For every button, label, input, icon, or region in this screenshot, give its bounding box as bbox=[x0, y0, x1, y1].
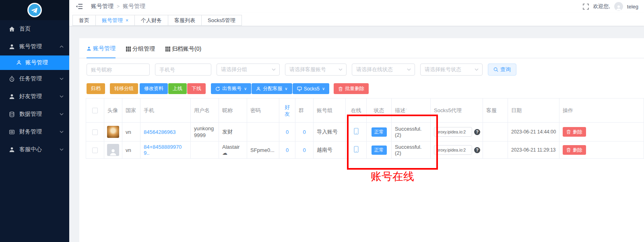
service-account-select[interactable]: 请选择客服账号 bbox=[285, 64, 347, 76]
user-icon bbox=[9, 94, 15, 100]
panel-tab-group-mgmt[interactable]: 分组管理 bbox=[126, 45, 155, 58]
transfer-group-button[interactable]: 转移分组 bbox=[110, 83, 138, 94]
mobile-online-icon bbox=[354, 146, 359, 153]
user-icon bbox=[9, 147, 15, 153]
tab-label: 账号管理 bbox=[102, 17, 123, 23]
window-tab-home[interactable]: 首页 bbox=[72, 15, 96, 26]
search-button[interactable]: 查询 bbox=[488, 64, 516, 76]
monitor-icon bbox=[297, 86, 302, 91]
cell-date: 2023-06-21 14:44:00 bbox=[508, 123, 559, 142]
sidebar-item-label: 数据管理 bbox=[19, 111, 42, 118]
col-header-operation: 操作 bbox=[559, 98, 644, 123]
socks5-dropdown[interactable]: Socks5∨ bbox=[293, 83, 330, 94]
col-header-username: 用户名 bbox=[191, 98, 219, 123]
sidebar-item-label: 任务管理 bbox=[19, 75, 42, 82]
col-header-desc[interactable]: 描述ˇ bbox=[392, 98, 431, 123]
cell-username bbox=[191, 142, 219, 159]
trash-icon bbox=[566, 129, 571, 134]
sidebar-item-label: 好友管理 bbox=[19, 93, 42, 100]
proxy-input[interactable] bbox=[434, 127, 472, 137]
row-avatar-placeholder[interactable] bbox=[107, 144, 119, 156]
tab-label: 个人财务 bbox=[141, 17, 162, 23]
sidebar-item-account-mgmt[interactable]: 账号管理 bbox=[0, 38, 69, 55]
chevron-down-icon bbox=[272, 68, 276, 71]
cell-description: Successful.(2) bbox=[392, 142, 431, 159]
sidebar-item-home[interactable]: 首页 bbox=[0, 20, 69, 38]
account-status-select[interactable]: 请选择账号状态 bbox=[420, 64, 483, 76]
filter-toolbar: 请选择分组 请选择客服账号 请选择在线状态 请选择账号状态 查询 bbox=[87, 64, 638, 76]
nickname-input[interactable] bbox=[87, 64, 150, 76]
cell-groups-count-link[interactable]: 0 bbox=[303, 129, 305, 135]
fullscreen-icon[interactable] bbox=[583, 4, 589, 10]
topbar-right: 欢迎您, teleg bbox=[583, 2, 638, 11]
cell-country: vn bbox=[122, 142, 140, 159]
batch-delete-button[interactable]: 批量删除 bbox=[334, 83, 369, 94]
person-icon bbox=[109, 148, 117, 156]
group-select[interactable]: 请选择分组 bbox=[217, 64, 280, 76]
cell-groups-count-link[interactable]: 0 bbox=[303, 147, 305, 153]
cell-service bbox=[483, 123, 508, 142]
collapse-sidebar-icon[interactable] bbox=[76, 4, 83, 9]
cell-friends-count-link[interactable]: 0 bbox=[286, 129, 289, 135]
delete-button[interactable]: 删除 bbox=[563, 127, 586, 137]
window-tab-account-mgmt-active[interactable]: 账号管理× bbox=[95, 15, 135, 26]
cell-phone-link[interactable]: 84+84588899709.. bbox=[144, 144, 182, 156]
sidebar-item-finance-mgmt[interactable]: 财务管理 bbox=[0, 123, 69, 141]
cell-account-group: 导入账号 bbox=[314, 123, 346, 142]
row-checkbox[interactable] bbox=[92, 148, 98, 153]
window-tab-personal-finance[interactable]: 个人财务 bbox=[134, 15, 168, 26]
status-badge: 正常 bbox=[372, 146, 387, 155]
cell-friends-count-link[interactable]: 0 bbox=[286, 147, 289, 153]
refresh-icon bbox=[215, 86, 220, 91]
edit-profile-button[interactable]: 修改资料 bbox=[140, 83, 168, 94]
sidebar-menu: 首页 账号管理 账号管理 任务管理 好友管理 数据管理 财务管理 bbox=[0, 20, 69, 158]
grid-icon bbox=[126, 47, 131, 51]
user-icon bbox=[87, 46, 91, 51]
panel-tab-archived-accounts[interactable]: 归档账号(0) bbox=[165, 45, 201, 58]
database-icon bbox=[9, 111, 15, 117]
help-question-icon[interactable]: ? bbox=[474, 129, 480, 135]
username-text[interactable]: teleg bbox=[627, 4, 638, 10]
sidebar-subitem-account-mgmt-active[interactable]: 账号管理 bbox=[0, 55, 69, 70]
sidebar-item-friend-mgmt[interactable]: 好友管理 bbox=[0, 88, 69, 105]
close-tab-icon[interactable]: × bbox=[126, 18, 128, 23]
panel-tab-label: 归档账号(0) bbox=[172, 45, 201, 53]
search-icon bbox=[493, 67, 498, 72]
breadcrumb-item[interactable]: 账号管理 bbox=[91, 3, 114, 10]
window-tab-service-list[interactable]: 客服列表 bbox=[168, 15, 202, 26]
user-avatar[interactable] bbox=[614, 2, 623, 11]
cell-password: SFpme0... bbox=[247, 142, 279, 159]
online-status-select[interactable]: 请选择在线状态 bbox=[352, 64, 415, 76]
help-question-icon[interactable]: ? bbox=[474, 147, 480, 153]
col-header-nickname: 昵称 bbox=[219, 98, 247, 123]
phone-input[interactable] bbox=[155, 64, 211, 76]
sidebar-item-label: 财务管理 bbox=[19, 128, 42, 135]
telegram-logo-icon[interactable] bbox=[27, 3, 42, 17]
sidebar-item-data-mgmt[interactable]: 数据管理 bbox=[0, 105, 69, 123]
panel-tab-account-mgmt-active[interactable]: 账号管理 bbox=[87, 45, 116, 58]
row-checkbox[interactable] bbox=[92, 129, 98, 135]
archive-button[interactable]: 归档 bbox=[87, 83, 105, 94]
sidebar: 首页 账号管理 账号管理 任务管理 好友管理 数据管理 财务管理 bbox=[0, 0, 69, 242]
delete-button[interactable]: 删除 bbox=[563, 145, 586, 155]
cell-username: yunkong9999 bbox=[191, 123, 219, 142]
panel-tab-label: 账号管理 bbox=[93, 45, 116, 52]
topbar: 账号管理 > 账号管理 欢迎您, teleg bbox=[69, 0, 644, 13]
cell-phone-link[interactable]: 84564286963 bbox=[144, 129, 176, 135]
sidebar-item-task-mgmt[interactable]: 任务管理 bbox=[0, 70, 69, 88]
table-row: vn 84564286963 yunkong9999 发财 0 0 导入账号 正… bbox=[86, 123, 644, 142]
chevron-down-icon bbox=[407, 68, 411, 71]
assign-service-dropdown[interactable]: 分配客服∨ bbox=[252, 83, 292, 94]
proxy-input[interactable] bbox=[434, 145, 472, 155]
select-all-checkbox[interactable] bbox=[92, 108, 98, 113]
sell-account-dropdown[interactable]: 出售账号∨ bbox=[211, 83, 251, 94]
col-header-date: 日期 bbox=[508, 98, 559, 123]
go-online-button[interactable]: 上线 bbox=[168, 83, 187, 94]
col-header-friends[interactable]: 好友 bbox=[279, 98, 295, 123]
sidebar-item-service-center[interactable]: 客服中心 bbox=[0, 141, 69, 158]
select-placeholder: 请选择分组 bbox=[221, 66, 247, 73]
row-avatar-photo[interactable] bbox=[107, 126, 119, 138]
go-offline-button[interactable]: 下线 bbox=[187, 83, 206, 94]
window-tab-socks5-mgmt[interactable]: Socks5管理 bbox=[201, 15, 242, 26]
person-icon bbox=[615, 4, 622, 11]
